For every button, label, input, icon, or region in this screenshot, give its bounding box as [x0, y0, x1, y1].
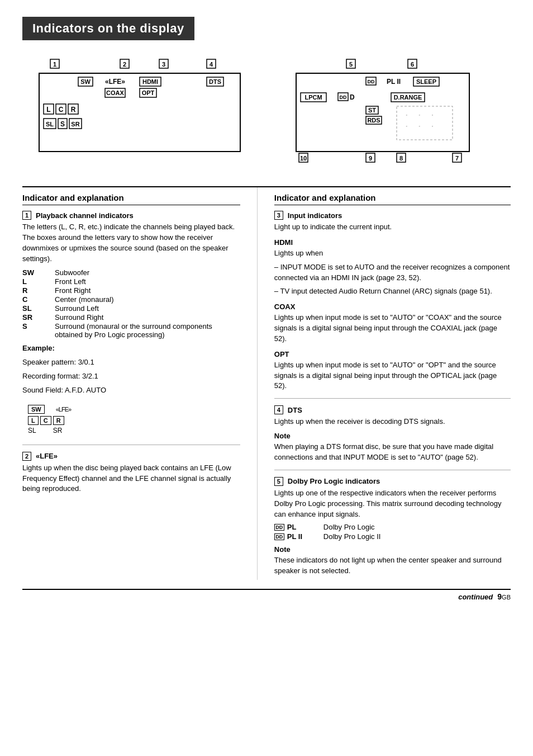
display-diagram-left: 1 2 3 4 SW «LFE» HDMI DTS C — [22, 54, 257, 171]
item2-heading: 2 «LFE» — [22, 452, 240, 461]
item1-title: Playback channel indicators — [36, 211, 134, 220]
sep3 — [274, 470, 511, 470]
dd-icon-plii: DD — [274, 533, 284, 540]
svg-text:OPT: OPT — [142, 89, 155, 96]
def-s: Surround (monaural or the surround compo… — [55, 322, 240, 339]
term-c: C — [22, 295, 50, 304]
coax-title: COAX — [274, 303, 511, 311]
svg-text:SL: SL — [46, 121, 54, 127]
svg-text:· · ·: · · · — [405, 108, 437, 120]
item5-desc: Lights up one of the respective indicato… — [274, 488, 511, 520]
display-diagram-right: 5 6 DD PL II SLEEP LPCM DD D D.RANGE — [279, 54, 486, 171]
svg-text:DD: DD — [340, 94, 347, 100]
page-title: Indicators on the display — [22, 17, 194, 40]
term-l: L — [22, 277, 50, 286]
svg-text:D.RANGE: D.RANGE — [394, 94, 422, 101]
item1-example-3: Sound Field: A.F.D. AUTO — [22, 385, 240, 396]
svg-text:RDS: RDS — [367, 117, 380, 124]
svg-text:LPCM: LPCM — [304, 94, 322, 101]
continued-line: continued 9GB — [22, 589, 511, 601]
svg-text:9: 9 — [369, 155, 372, 162]
dolby-plii-term: DD PL II — [274, 532, 319, 541]
def-r: Front Right — [55, 286, 240, 295]
hdmi-bullet1: – INPUT MODE is set to AUTO and the rece… — [274, 262, 511, 284]
svg-text:DD: DD — [368, 79, 375, 84]
ex-c-label: C — [40, 416, 51, 425]
item5-note: These indicators do not light up when th… — [274, 555, 511, 577]
svg-text:10: 10 — [300, 155, 307, 162]
svg-text:COAX: COAX — [106, 89, 124, 96]
svg-text:D: D — [350, 93, 355, 101]
item5-note-title: Note — [274, 545, 511, 554]
col-left: Indicator and explanation 1 Playback cha… — [22, 187, 258, 580]
def-sl: Surround Left — [55, 304, 240, 313]
dolby-table: DD PL Dolby Pro Logic DD PL II Dolby Pro… — [274, 523, 511, 541]
diagram-right: 5 6 DD PL II SLEEP LPCM DD D D.RANGE — [279, 54, 486, 173]
svg-text:L: L — [46, 106, 50, 114]
svg-text:SR: SR — [71, 121, 79, 127]
item4-note: When playing a DTS format disc, be sure … — [274, 442, 511, 463]
item5-heading: 5 Dolby Pro Logic indicators — [274, 477, 511, 486]
item1-example-1: Speaker pattern: 3/0.1 — [22, 357, 240, 368]
example-diagram: SW «LFE» L C R SL SR — [22, 401, 240, 438]
item5-title: Dolby Pro Logic indicators — [288, 477, 380, 485]
svg-text:5: 5 — [349, 61, 353, 68]
item1-desc: The letters (L, C, R, etc.) indicate the… — [22, 222, 240, 264]
item3-title: Input indicators — [288, 211, 342, 220]
svg-text:7: 7 — [455, 155, 459, 162]
opt-desc: Lights up when input mode is set to "AUT… — [274, 360, 511, 392]
continued-text: continued — [458, 593, 493, 601]
body-columns: Indicator and explanation 1 Playback cha… — [22, 186, 511, 580]
ex-l-label: L — [28, 416, 39, 425]
svg-text:«LFE»: «LFE» — [105, 78, 125, 86]
def-sr: Surround Right — [55, 313, 240, 322]
svg-text:SLEEP: SLEEP — [416, 78, 436, 85]
col-right: Indicator and explanation 3 Input indica… — [258, 187, 511, 580]
item2-desc: Lights up when the disc being played bac… — [22, 463, 240, 495]
svg-text:PL II: PL II — [387, 78, 401, 86]
def-c: Center (monaural) — [55, 295, 240, 304]
item3-desc: Light up to indicate the current input. — [274, 222, 511, 233]
svg-text:2: 2 — [123, 61, 126, 68]
item1-term-table: SWSubwoofer LFront Left RFront Right CCe… — [22, 268, 240, 339]
dolby-pl-def: Dolby Pro Logic — [323, 523, 511, 531]
item1-example-label: Example: — [22, 343, 240, 354]
item4-note-title: Note — [274, 432, 511, 440]
sep1 — [22, 445, 240, 445]
def-l: Front Left — [55, 277, 240, 286]
hdmi-intro: Lights up when — [274, 248, 511, 259]
svg-text:DTS: DTS — [209, 78, 221, 85]
item1-example-2: Recording format: 3/2.1 — [22, 371, 240, 382]
svg-text:· · ·: · · · — [405, 119, 437, 131]
svg-text:6: 6 — [411, 61, 414, 68]
sep2 — [274, 398, 511, 399]
item5-badge: 5 — [274, 477, 283, 486]
ex-row1: SW «LFE» — [28, 405, 71, 414]
term-r: R — [22, 286, 50, 295]
hdmi-bullet2: – TV input detected Audio Return Channel… — [274, 286, 511, 297]
svg-text:R: R — [71, 106, 76, 114]
dolby-pl-label: PL — [287, 523, 297, 531]
item4-title: DTS — [288, 406, 302, 414]
ex-r-label: R — [53, 416, 64, 425]
svg-text:ST: ST — [368, 107, 376, 114]
dolby-plii-label: PL II — [287, 532, 302, 541]
dd-icon-pl: DD — [274, 524, 284, 531]
ex-row2: L C R — [28, 416, 64, 425]
ex-sl-label: SL — [28, 427, 36, 434]
right-section-title: Indicator and explanation — [274, 193, 511, 205]
dolby-plii-def: Dolby Pro Logic II — [323, 532, 511, 541]
opt-title: OPT — [274, 350, 511, 358]
ex-sr-label: SR — [53, 427, 63, 434]
ex-sw-label: SW — [28, 405, 45, 414]
coax-desc: Lights up when input mode is set to "AUT… — [274, 313, 511, 344]
term-sl: SL — [22, 304, 50, 313]
dolby-pl-term: DD PL — [274, 523, 319, 531]
left-section-title: Indicator and explanation — [22, 193, 240, 205]
svg-text:1: 1 — [53, 61, 56, 68]
item3-badge: 3 — [274, 211, 283, 220]
item4-heading: 4 DTS — [274, 405, 511, 414]
item4-desc: Lights up when the receiver is decoding … — [274, 417, 511, 427]
item2-badge: 2 — [22, 452, 31, 461]
svg-text:SW: SW — [80, 78, 91, 85]
